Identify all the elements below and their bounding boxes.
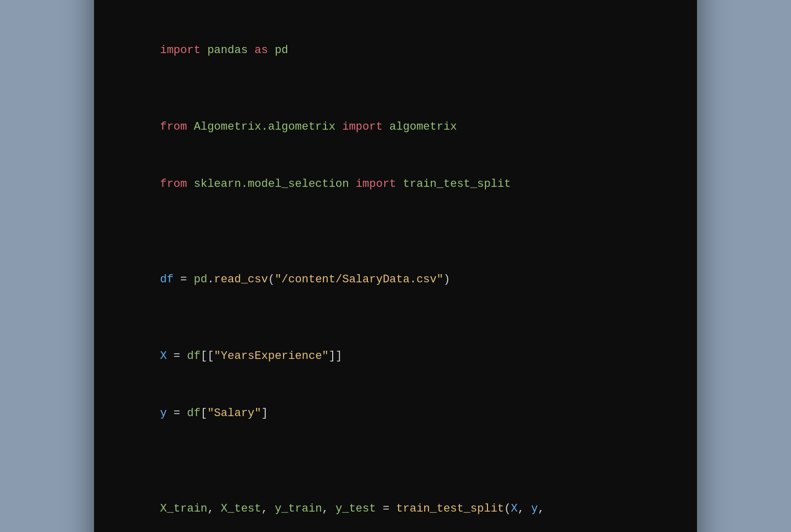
code-editor: #Regression Example import numpy as np i… xyxy=(94,0,697,532)
import-pandas-line: import pandas as pd xyxy=(120,22,671,79)
from-sklearn-line: from sklearn.model_selection import trai… xyxy=(120,156,671,213)
X-line: X = df[["YearsExperience"]] xyxy=(120,327,671,384)
y-line: y = df["Salary"] xyxy=(120,384,671,442)
blank-line-6 xyxy=(120,442,671,461)
df-line: df = pd.read_csv("/content/SalaryData.cs… xyxy=(120,251,671,308)
blank-line-7 xyxy=(120,461,671,480)
import-numpy-line: import numpy as np xyxy=(120,0,671,22)
from-algometrix-line: from Algometrix.algometrix import algome… xyxy=(120,98,671,155)
blank-line-4 xyxy=(120,232,671,251)
blank-line-2 xyxy=(120,79,671,98)
split-line-1: X_train, X_test, y_train, y_test = train… xyxy=(120,480,671,532)
code-window: #Regression Example import numpy as np i… xyxy=(94,0,697,532)
blank-line-5 xyxy=(120,308,671,327)
blank-line-3 xyxy=(120,213,671,232)
